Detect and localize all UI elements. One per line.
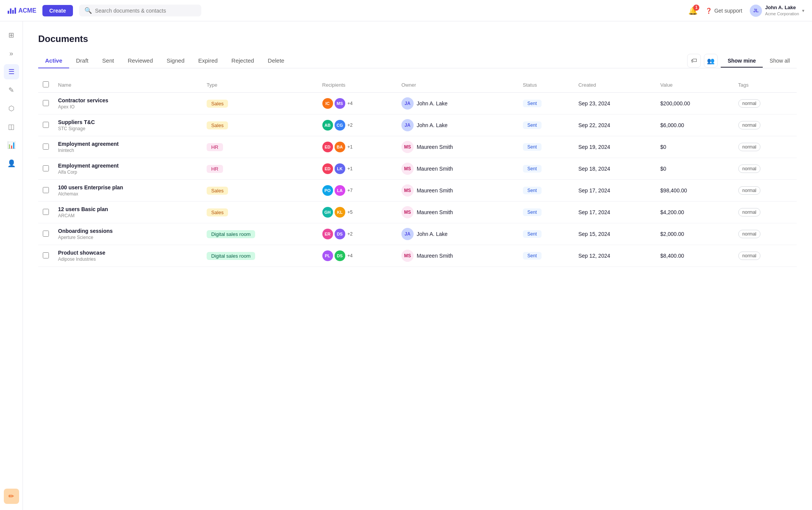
tab-delete[interactable]: Delete [261, 53, 291, 68]
created-date: Sep 17, 2024 [574, 202, 656, 223]
created-date: Sep 19, 2024 [574, 136, 656, 158]
recipients-more: +4 [348, 253, 353, 258]
status-badge: Sent [523, 230, 542, 238]
tag-filter-button[interactable]: 🏷 [687, 54, 701, 68]
owner-cell: JA John A. Lake [401, 97, 514, 110]
show-all-button[interactable]: Show all [763, 55, 797, 68]
logo[interactable]: ACME [8, 7, 36, 14]
doc-sub: STC Signage [58, 126, 197, 131]
recipients-cell: ICMS+4 [322, 98, 392, 109]
type-badge: Digital sales room [207, 252, 255, 260]
col-type: Type [202, 77, 318, 93]
owner-cell: MS Maureen Smith [401, 250, 514, 262]
type-badge: HR [207, 143, 223, 151]
tab-active[interactable]: Active [38, 53, 69, 68]
sidebar-item-chart[interactable]: 📊 [4, 137, 19, 153]
tab-reviewed[interactable]: Reviewed [121, 53, 160, 68]
owner-avatar: MS [401, 141, 414, 153]
recipient-avatar: PO [322, 185, 333, 196]
tag-badge: normal [738, 121, 761, 129]
row-checkbox[interactable] [43, 187, 49, 193]
tab-expired[interactable]: Expired [191, 53, 225, 68]
row-checkbox[interactable] [43, 144, 49, 150]
doc-value: $2,000.00 [656, 223, 734, 245]
tab-rejected[interactable]: Rejected [225, 53, 261, 68]
type-badge: Digital sales room [207, 230, 255, 238]
doc-value: $200,000.00 [656, 93, 734, 115]
doc-sub: Alfa Corp [58, 169, 197, 175]
owner-cell: MS Maureen Smith [401, 206, 514, 218]
tab-signed[interactable]: Signed [160, 53, 191, 68]
recipients-more: +2 [348, 231, 353, 237]
table-row: Onboarding sessionsAperture ScienceDigit… [38, 223, 797, 245]
row-checkbox[interactable] [43, 122, 49, 128]
col-owner: Owner [397, 77, 518, 93]
status-badge: Sent [523, 100, 542, 107]
sidebar-item-documents[interactable]: ☰ [4, 64, 19, 79]
owner-cell: MS Maureen Smith [401, 184, 514, 197]
row-checkbox[interactable] [43, 231, 49, 237]
owner-avatar: JA [401, 119, 414, 131]
doc-value: $6,000.00 [656, 115, 734, 136]
show-mine-button[interactable]: Show mine [721, 55, 763, 68]
main-content: Documents Active Draft Sent Reviewed Sig… [23, 21, 812, 510]
row-checkbox[interactable] [43, 252, 49, 258]
support-icon: ❓ [705, 8, 712, 14]
user-menu[interactable]: JL John A. Lake Acme Corporation ▾ [750, 5, 804, 17]
user-text: John A. Lake Acme Corporation [765, 5, 799, 16]
tabs-row: Active Draft Sent Reviewed Signed Expire… [38, 53, 797, 68]
recipient-avatar: ED [322, 142, 333, 152]
recipient-avatar: PL [322, 250, 333, 261]
owner-name: Maureen Smith [417, 253, 453, 259]
created-date: Sep 17, 2024 [574, 180, 656, 202]
table-row: 100 users Enterprise planAlchemaxSalesPO… [38, 180, 797, 202]
doc-name: 100 users Enterprise plan [58, 184, 197, 190]
create-button[interactable]: Create [42, 5, 73, 16]
recipient-avatar: MS [335, 98, 345, 109]
row-checkbox[interactable] [43, 209, 49, 215]
select-all-checkbox[interactable] [43, 81, 49, 87]
avatar: JL [750, 5, 762, 17]
owner-name: Maureen Smith [417, 209, 453, 215]
sidebar-item-grid[interactable]: ⊞ [4, 27, 19, 43]
tag-badge: normal [738, 208, 761, 216]
row-checkbox[interactable] [43, 165, 49, 171]
table-row: Employment agreementAlfa CorpHREDLK+1 MS… [38, 158, 797, 180]
doc-sub: Adipose Industries [58, 257, 197, 262]
search-input[interactable] [95, 8, 196, 14]
table-body: Contractor servicesApex IOSalesICMS+4 JA… [38, 93, 797, 267]
row-checkbox[interactable] [43, 100, 49, 106]
tab-draft[interactable]: Draft [69, 53, 95, 68]
sidebar-item-contacts[interactable]: 👤 [4, 156, 19, 171]
doc-value: $8,400.00 [656, 245, 734, 267]
tag-badge: normal [738, 186, 761, 195]
created-date: Sep 12, 2024 [574, 245, 656, 267]
sidebar: ⊞ » ☰ ✎ ⬡ ◫ 📊 👤 ✏ [0, 21, 23, 510]
sidebar-item-pencil[interactable]: ✏ [4, 489, 19, 504]
recipients-more: +1 [348, 166, 353, 171]
recipients-more: +5 [348, 210, 353, 215]
tab-actions: 🏷 👥 Show mine Show all [687, 54, 797, 68]
owner-avatar: MS [401, 206, 414, 218]
tag-badge: normal [738, 143, 761, 151]
user-filter-button[interactable]: 👥 [704, 54, 718, 68]
search-box[interactable]: 🔍 [79, 5, 201, 16]
table-header: Name Type Recipients Owner Status Create… [38, 77, 797, 93]
status-badge: Sent [523, 121, 542, 129]
owner-avatar: MS [401, 250, 414, 262]
notifications-button[interactable]: 🔔 1 [688, 6, 698, 15]
get-support-button[interactable]: ❓ Get support [705, 8, 742, 14]
sidebar-item-edit[interactable]: ✎ [4, 82, 19, 98]
sidebar-item-layers[interactable]: ◫ [4, 119, 19, 134]
sidebar-item-arrows[interactable]: » [4, 46, 19, 61]
owner-cell: JA John A. Lake [401, 228, 514, 240]
sidebar-item-box[interactable]: ⬡ [4, 101, 19, 116]
recipients-cell: EDLK+1 [322, 163, 392, 174]
recipient-avatar: LK [335, 163, 345, 174]
tab-sent[interactable]: Sent [95, 53, 121, 68]
col-tags: Tags [734, 77, 797, 93]
recipients-cell: POLA+7 [322, 185, 392, 196]
status-badge: Sent [523, 165, 542, 173]
recipient-avatar: DS [335, 250, 345, 261]
doc-sub: Inintech [58, 148, 197, 153]
